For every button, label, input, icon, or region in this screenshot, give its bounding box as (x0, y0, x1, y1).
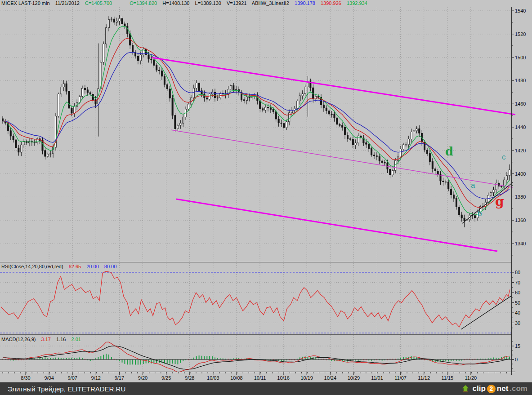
candle-body (15, 140, 17, 148)
candle-body (164, 76, 165, 84)
candle-body (113, 19, 115, 22)
candle-body (183, 117, 184, 123)
candle-body (84, 88, 85, 89)
date-label-10/24: 10/24 (324, 375, 337, 381)
candle-body (402, 145, 404, 149)
candle-body (304, 87, 306, 93)
macd-histogram-bar (170, 359, 170, 364)
date-label-10/03: 10/03 (207, 375, 219, 381)
indicator-name-label: ABillW_3LinesII2 (252, 0, 289, 6)
rsi-lower-level: 20.00 (86, 264, 99, 269)
macd-histogram-bar (212, 356, 213, 359)
date-label-9/04: 9/04 (44, 375, 54, 381)
candle-body (493, 190, 494, 192)
candle-body (177, 125, 179, 129)
macd-axis-label: 15 (515, 343, 520, 349)
candle-body (206, 98, 208, 99)
candle-body (392, 170, 393, 175)
macd-histogram-bar (177, 359, 178, 364)
candle-body (47, 154, 49, 156)
annotation-letter-b: b (478, 209, 482, 218)
date-label-10/08: 10/08 (230, 375, 243, 381)
candle-body (339, 124, 340, 125)
candle-body (448, 182, 449, 189)
price-axis-label: 1380 (515, 194, 526, 200)
candle-body (419, 129, 420, 133)
candle-body (273, 110, 274, 112)
macd-histogram-bar (100, 356, 101, 359)
candle-body (137, 56, 139, 61)
macd-histogram-bar (79, 357, 80, 359)
candle-body (121, 18, 123, 24)
candle-body (443, 181, 444, 182)
macd-histogram-bar (172, 359, 173, 364)
macd-histogram-bar (106, 354, 107, 359)
candle-body (426, 150, 428, 154)
price-axis-label: 1440 (515, 124, 526, 130)
date-label-9/25: 9/25 (161, 375, 171, 381)
macd-panel-header: MACD(12,26,9) 3.17 1.16 2.01 (1, 337, 85, 342)
candle-body (50, 154, 51, 154)
candle-body (267, 107, 268, 108)
candle-body (429, 154, 430, 162)
logo-text-net: net (497, 384, 509, 393)
macd-histogram-bar (199, 355, 200, 359)
date-label-10/19: 10/19 (300, 375, 313, 381)
candle-body (2, 119, 3, 121)
candle-body (95, 100, 96, 104)
rsi-series-group (1, 271, 512, 329)
candle-body (315, 96, 317, 99)
candle-body (496, 183, 497, 190)
chart-window: dcabg13401360138014001420144014601480150… (0, 0, 532, 395)
candle-body (366, 143, 367, 144)
candle-body (58, 94, 59, 116)
clip2net-two-badge: 2 (487, 385, 496, 393)
candle-body (262, 109, 264, 110)
candle-body (405, 145, 407, 145)
candle-body (384, 163, 385, 163)
candle-body (201, 91, 202, 94)
date-label-9/12: 9/12 (91, 375, 101, 381)
candle-body (45, 151, 46, 156)
macd-signal-value: 1.16 (56, 337, 66, 342)
date-label: 11/21/2012 (55, 0, 80, 6)
candle-body (281, 123, 282, 123)
candle-body (296, 101, 298, 108)
candle-body (331, 114, 332, 115)
rsi-axis-label: 40 (515, 310, 520, 315)
candle-body (289, 113, 290, 122)
date-label-10/11: 10/11 (254, 375, 266, 381)
candle-body (381, 161, 383, 163)
macd-histogram-bar (119, 359, 120, 361)
candle-body (172, 98, 173, 115)
price-axis-label: 1400 (515, 171, 526, 177)
footer-bar: Элитный Трейдер, ELITETRADER.RU clip 2 n… (0, 382, 532, 395)
candle-body (74, 107, 75, 113)
high-value: H=1408.130 (162, 0, 189, 6)
candle-body (434, 169, 436, 171)
candle-body (87, 90, 88, 93)
macd-line (3, 342, 510, 372)
price-trendline-0 (152, 58, 515, 115)
candle-body (278, 119, 279, 123)
close-value: C=1405.700 (85, 0, 112, 6)
chart-area[interactable]: dcabg13401360138014001420144014601480150… (0, 0, 532, 382)
price-panel-header: MICEX LAST-120 min 11/21/2012 C=1405.700… (1, 0, 371, 6)
candle-body (89, 93, 91, 94)
candle-body (464, 218, 465, 221)
macd-histogram-bar (45, 357, 45, 359)
price-trendline-3 (462, 182, 513, 223)
price-axis-label: 1520 (515, 31, 526, 37)
price-axis-label: 1420 (515, 148, 526, 153)
macd-histogram-bar (496, 358, 496, 359)
candle-body (153, 60, 155, 65)
price-series-group (2, 15, 510, 227)
clip2net-logo[interactable]: clip 2 net .com (461, 384, 528, 393)
candle-body (68, 91, 70, 108)
candle-body (188, 104, 189, 109)
macd-histogram-bar (493, 357, 494, 359)
candle-body (352, 139, 353, 145)
candle-body (456, 198, 457, 207)
candle-body (217, 98, 218, 98)
candle-body (63, 84, 64, 87)
